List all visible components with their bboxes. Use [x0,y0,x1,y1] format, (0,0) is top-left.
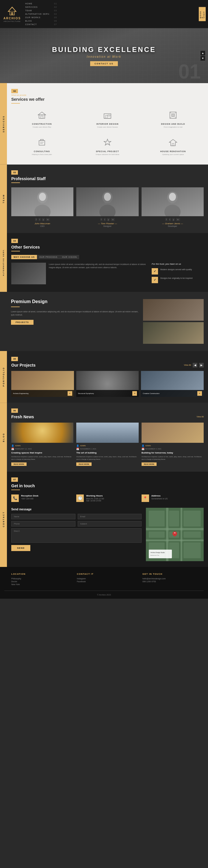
portfolio-link-3[interactable]: + [197,391,202,396]
footer-item-1-1[interactable]: Philosophy [11,578,72,580]
alt-intro-text: For the trust, you have on us [152,263,204,265]
svg-rect-35 [181,508,182,561]
footer-top: LOCATION Philosophy Doctor New York CONT… [4,573,204,586]
team-content: 03 Professional Staff f t y in [7,164,208,233]
nav-item-team[interactable]: TEAM 03 [25,9,57,12]
hero-arrows: ▲ ▼ [201,51,205,61]
premium-img-1 [143,299,204,321]
svg-text:Archios Design Studio: Archios Design Studio [150,552,165,553]
ln-icon-3[interactable]: in [176,218,180,221]
ln-icon-2[interactable]: in [111,218,115,221]
blog-author-icon-1: 👤 [11,444,14,447]
nav-item-services[interactable]: SERVICES 02 [25,6,57,8]
blog-cal-icon-3: 📅 [142,448,144,450]
fb-icon-3[interactable]: f [165,218,168,221]
yt-icon-1[interactable]: y [42,218,45,221]
contact-form-area: Send message SEND [11,508,204,561]
blog-read-more-3[interactable]: READ MORE [142,462,157,466]
blog-post-title-2: The art of building [76,452,138,454]
footer-item-3-1[interactable]: hello@archiosdesign.com [142,578,204,580]
form-phone-input[interactable] [11,521,76,527]
ln-icon-1[interactable]: in [46,218,50,221]
alt-tabs: Why choose us Our Process Our Vision [11,255,204,259]
portfolio-section: PORTFOLIO 05 Our Projects View All ◀ ▶ A… [0,351,208,403]
svg-rect-32 [146,528,204,530]
form-name-input[interactable] [11,514,76,519]
portfolio-view-all[interactable]: View All [184,364,191,366]
contact-badge: 07 [11,477,18,482]
svg-marker-18 [104,139,111,145]
svg-rect-33 [146,539,204,541]
blog-post-title-1: Creating spaces that inspire [11,452,73,454]
portfolio-link-1[interactable]: + [68,391,72,396]
footer-item-3-2[interactable]: 006 1200 0753 [142,581,204,583]
svg-marker-19 [169,140,177,146]
nav-item-home[interactable]: HOME 01 [25,2,57,5]
blog-read-more-1[interactable]: READ MORE [11,462,27,466]
hero-next-arrow[interactable]: ▼ [201,56,205,61]
alt-tab-process[interactable]: Our Process [37,255,60,259]
alt-tab-vision[interactable]: Our Vision [60,255,79,259]
blog-view-all[interactable]: View All [197,416,204,418]
team-name-1: John Maccman [11,222,73,225]
alt-title: Other Services [11,245,204,249]
blog-author-3: ADMIN [145,445,151,446]
svg-point-22 [34,205,51,216]
team-badge: 03 [11,170,18,175]
tw-icon-3[interactable]: t [169,218,171,221]
fb-icon-2[interactable]: f [100,218,102,221]
blog-date-2: NOVEMBER 2, 2021 [80,448,96,450]
tw-icon-1[interactable]: t [38,218,41,221]
services-title: Services we offer [11,97,204,102]
hero-number: 01 [178,61,201,82]
footer: LOCATION Philosophy Doctor New York CONT… [0,567,208,599]
form-send-button[interactable]: SEND [11,545,30,551]
blog-header: Fresh News View All [11,414,204,419]
blog-read-more-2[interactable]: READ MORE [76,462,92,466]
construction-icon [13,111,71,121]
nav-item-blog[interactable]: BLOG 06 [25,20,57,22]
fb-icon-1[interactable]: f [35,218,37,221]
portfolio-link-2[interactable]: + [132,391,137,396]
nav-item-alt[interactable]: ALTERNATIVE SERV. 04 [25,13,57,15]
nav-book-visit[interactable]: BOOK A VISIT [199,7,206,21]
portfolio-overlay-1: Archeis Engineering + [11,390,74,397]
blog-cal-icon-1: 📅 [11,448,14,450]
alt-tab-why[interactable]: Why choose us [11,255,37,259]
footer-col3-title: GET IN TOUCH [142,573,204,575]
footer-item-2-1[interactable]: Instagram [77,578,138,580]
svg-rect-48 [149,550,172,558]
portfolio-prev-arrow[interactable]: ◀ [193,363,197,368]
team-role-3: Developer [142,225,204,227]
svg-rect-44 [183,542,201,558]
logo-icon [7,6,17,16]
footer-item-1-2[interactable]: Doctor [11,581,72,583]
hero-cta-button[interactable]: CONTACT US [90,61,118,66]
consulting-icon [13,138,71,149]
design-icon [144,111,202,121]
yt-icon-2[interactable]: y [107,218,110,221]
services-subtitle: What we provide [11,94,204,96]
blog-label: BLOG [0,403,7,472]
svg-rect-37 [169,510,179,527]
yt-icon-3[interactable]: y [172,218,175,221]
alt-tab-content: Lorem ipsum dolor sit amet, consectetur … [11,263,204,286]
footer-item-1-3[interactable]: New York [11,583,72,585]
portfolio-next-arrow[interactable]: ▶ [199,363,204,368]
interior-icon [78,111,137,121]
form-subject-input[interactable] [78,521,142,527]
nav-item-contact[interactable]: CONTACT 07 [25,23,57,26]
premium-projects-button[interactable]: PROJECTS [11,320,33,325]
team-photo-2 [76,187,138,216]
alt-body-text: Lorem ipsum dolor sit amet, consectetur … [49,263,148,269]
alt-feature-1-text: Modern designs served with quality [160,268,192,271]
hero-prev-arrow[interactable]: ▲ [201,51,205,55]
blog-meta-1: 👤 ADMIN [11,444,73,447]
tw-icon-2[interactable]: t [104,218,106,221]
form-message-input[interactable] [11,528,142,543]
footer-item-2-2[interactable]: Facebook [77,581,138,583]
form-email-input[interactable] [78,514,142,519]
consulting-desc: Helping to find a best plan [13,153,71,156]
hero-content: BUILDING EXCELLENCE Innovation at Work C… [52,45,156,66]
nav-item-works[interactable]: OUR WORKS 05 [25,16,57,19]
